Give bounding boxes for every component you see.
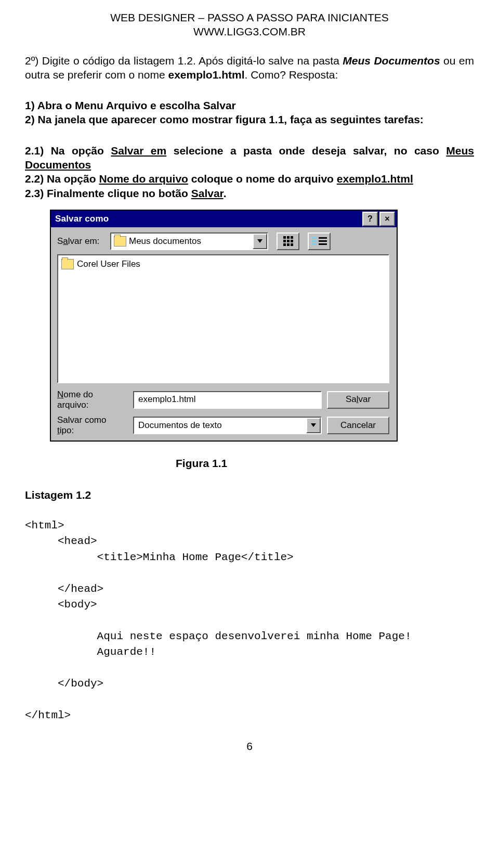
- intro-paragraph: 2º) Digite o código da listagem 1.2. Apó…: [25, 54, 474, 82]
- text: .: [224, 187, 227, 199]
- list-item[interactable]: Corel User Files: [61, 258, 385, 270]
- save-button[interactable]: Salvar: [327, 391, 389, 409]
- filename-input[interactable]: exemplo1.html: [133, 391, 322, 409]
- intro-after: . Como? Resposta:: [245, 69, 338, 81]
- text: a: [63, 236, 68, 246]
- text: 2.1) Na opção: [25, 145, 111, 157]
- type-label: Salvar comotipo:: [57, 415, 128, 435]
- underline-salvar: Salvar: [191, 187, 224, 199]
- text: Salvar como: [57, 415, 106, 425]
- close-button[interactable]: ×: [379, 212, 395, 226]
- text: arquivo:: [57, 400, 88, 410]
- text: var: [358, 394, 371, 405]
- listing-heading: Listagem 1.2: [25, 488, 474, 502]
- dropdown-button[interactable]: [253, 234, 267, 249]
- step-2-3: 2.3) Finalmente clique no botão Salvar.: [25, 186, 474, 200]
- text: 2.2) Na opção: [25, 173, 99, 185]
- dialog-titlebar: Salvar como ? ×: [51, 211, 397, 227]
- header-line-1: WEB DESIGNER – PASSO A PASSO PARA INICIA…: [25, 10, 474, 24]
- chevron-down-icon: [311, 423, 316, 427]
- save-in-combo[interactable]: Meus documentos: [110, 232, 268, 250]
- page-header: WEB DESIGNER – PASSO A PASSO PARA INICIA…: [25, 10, 474, 39]
- intro-italic: Meus Documentos: [343, 55, 440, 67]
- type-value: Documentos de texto: [138, 420, 306, 431]
- save-as-dialog: Salvar como ? × Salvar em: Meus document…: [50, 210, 398, 442]
- text: selecione a pasta onde deseja salvar, no…: [166, 145, 446, 157]
- page-number: 6: [25, 739, 474, 753]
- dropdown-button[interactable]: [306, 418, 321, 433]
- type-combo[interactable]: Documentos de texto: [133, 417, 322, 434]
- step-2-1: 2.1) Na opção Salvar em selecione a past…: [25, 144, 474, 172]
- folder-icon: [114, 236, 126, 247]
- text: N: [57, 390, 63, 399]
- cancel-button[interactable]: Cancelar: [327, 417, 389, 434]
- step-2-2: 2.2) Na opção Nome do arquivo coloque o …: [25, 172, 474, 186]
- list-item-label: Corel User Files: [77, 258, 140, 270]
- underline-exemplo1: exemplo1.html: [337, 173, 413, 185]
- underline-nome-do-arquivo: Nome do arquivo: [99, 173, 188, 185]
- text: coloque o nome do arquivo: [188, 173, 337, 185]
- text: ome do: [63, 390, 93, 399]
- text: Sa: [346, 394, 357, 405]
- steps-block-1: 1) Abra o Menu Arquivo e escolha Salvar …: [25, 98, 474, 127]
- text: S: [57, 236, 63, 246]
- cancel-label: Cancelar: [340, 420, 376, 431]
- view-icons-button[interactable]: [277, 232, 299, 250]
- help-icon: ?: [367, 214, 373, 225]
- code-listing: <html> <head> <title>Minha Home Page</ti…: [25, 518, 474, 724]
- figure-caption: Figura 1.1: [176, 456, 474, 470]
- dialog-title: Salvar como: [55, 213, 361, 225]
- save-in-label: Salvar em:: [57, 236, 105, 247]
- header-line-2: WWW.LIGG3.COM.BR: [25, 24, 474, 38]
- view-details-button[interactable]: [308, 232, 331, 250]
- file-list[interactable]: Corel User Files: [57, 254, 389, 383]
- folder-icon: [61, 259, 74, 269]
- list-icon: [312, 237, 327, 245]
- chevron-down-icon: [257, 239, 262, 243]
- grid-icon: [283, 236, 293, 246]
- close-icon: ×: [385, 214, 389, 225]
- text: lvar em:: [68, 236, 99, 246]
- intro-filename: exemplo1.html: [168, 69, 244, 81]
- steps-block-2: 2.1) Na opção Salvar em selecione a past…: [25, 144, 474, 200]
- save-in-value: Meus documentos: [129, 236, 253, 247]
- intro-prefix: 2º) Digite o código da listagem 1.2. Apó…: [25, 55, 343, 67]
- filename-value: exemplo1.html: [138, 394, 196, 405]
- help-button[interactable]: ?: [362, 212, 378, 226]
- step-2: 2) Na janela que aparecer como mostrar f…: [25, 112, 474, 126]
- filename-label: Nome doarquivo:: [57, 390, 128, 410]
- underline-salvar-em: Salvar em: [111, 145, 166, 157]
- text: 2.3) Finalmente clique no botão: [25, 187, 191, 199]
- step-1: 1) Abra o Menu Arquivo e escolha Salvar: [25, 98, 474, 112]
- text: ipo:: [60, 425, 74, 435]
